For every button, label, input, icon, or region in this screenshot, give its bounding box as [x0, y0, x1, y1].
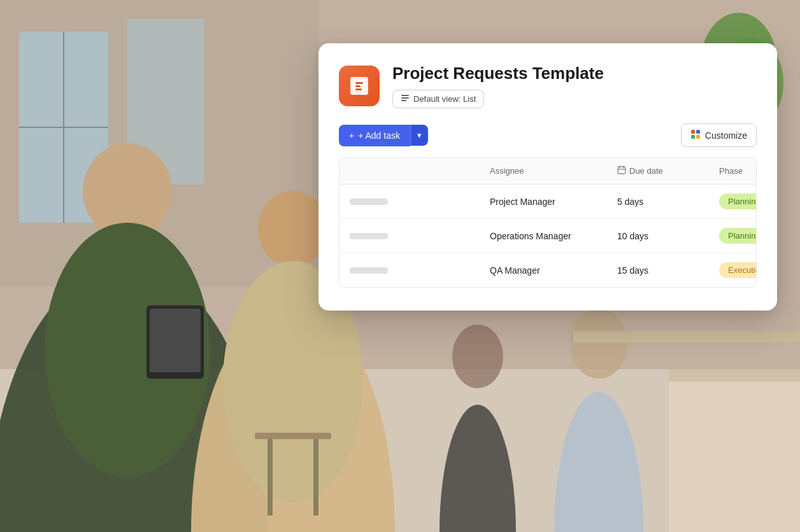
customize-button[interactable]: Customize — [681, 123, 757, 147]
add-task-dropdown-button[interactable]: ▾ — [410, 125, 428, 146]
svg-rect-38 — [691, 135, 695, 139]
col-assignee: Assignee — [480, 158, 607, 184]
add-task-group: + + Add task ▾ — [339, 125, 428, 146]
task-bar-1 — [350, 199, 388, 205]
svg-point-16 — [452, 325, 503, 388]
phase-badge-1: Planning — [719, 193, 757, 209]
plus-icon: + — [349, 130, 354, 141]
svg-rect-27 — [573, 331, 800, 342]
svg-rect-33 — [401, 95, 409, 96]
view-badge-label: Default view: List — [413, 94, 476, 104]
title-section: Project Requests Template Default view: … — [392, 64, 604, 108]
table-row: QA Manager 15 days Execution — [339, 253, 756, 287]
customize-icon — [690, 129, 701, 141]
phase-cell-3: Execution — [709, 253, 757, 287]
task-bar-2 — [350, 233, 388, 239]
list-icon — [401, 94, 410, 104]
svg-rect-19 — [255, 433, 331, 439]
calendar-icon — [617, 165, 626, 176]
task-cell-1 — [339, 185, 480, 218]
due-date-cell-3: 15 days — [607, 253, 709, 287]
col-due-date-label: Due date — [629, 166, 663, 176]
project-card: Project Requests Template Default view: … — [318, 43, 777, 311]
assignee-cell-1: Project Manager — [480, 185, 607, 218]
svg-point-13 — [258, 191, 328, 267]
app-icon-svg — [348, 74, 371, 97]
phase-badge-2: Planning — [719, 228, 757, 244]
card-title: Project Requests Template — [392, 64, 604, 83]
svg-rect-31 — [355, 85, 361, 87]
svg-rect-36 — [691, 130, 695, 134]
due-date-cell-2: 10 days — [607, 219, 709, 253]
col-task — [339, 158, 480, 184]
svg-rect-40 — [618, 167, 625, 174]
customize-label: Customize — [705, 130, 747, 141]
svg-rect-30 — [355, 82, 363, 84]
svg-rect-39 — [696, 135, 700, 139]
svg-rect-35 — [401, 100, 406, 101]
view-badge[interactable]: Default view: List — [392, 90, 484, 108]
svg-rect-22 — [669, 369, 800, 382]
tasks-table: Assignee Due date Phase Project Man — [339, 157, 757, 288]
svg-rect-11 — [150, 309, 201, 372]
svg-rect-23 — [669, 382, 800, 532]
assignee-cell-3: QA Manager — [480, 253, 607, 287]
phase-cell-2: Planning — [709, 219, 757, 253]
phase-cell-1: Planning — [709, 185, 757, 218]
task-cell-3 — [339, 253, 480, 287]
assignee-cell-2: Operations Manager — [480, 219, 607, 253]
svg-point-18 — [570, 309, 627, 379]
add-task-button[interactable]: + + Add task — [339, 125, 410, 146]
toolbar: + + Add task ▾ Customize — [339, 123, 757, 147]
col-due-date: Due date — [607, 158, 709, 184]
due-date-cell-1: 5 days — [607, 185, 709, 218]
card-header: Project Requests Template Default view: … — [339, 64, 757, 108]
svg-rect-21 — [313, 439, 318, 515]
app-icon — [339, 66, 380, 106]
add-task-label: + Add task — [358, 130, 400, 141]
table-row: Project Manager 5 days Planning — [339, 185, 756, 219]
table-row: Operations Manager 10 days Planning — [339, 219, 756, 253]
chevron-down-icon: ▾ — [417, 130, 422, 140]
phase-badge-3: Execution — [719, 262, 757, 278]
task-cell-2 — [339, 219, 480, 253]
svg-rect-34 — [401, 97, 409, 99]
svg-rect-32 — [355, 88, 362, 90]
col-phase: Phase — [709, 158, 756, 184]
svg-rect-37 — [696, 130, 700, 134]
task-bar-3 — [350, 267, 388, 274]
table-header: Assignee Due date Phase — [339, 158, 756, 185]
svg-rect-20 — [268, 439, 273, 515]
